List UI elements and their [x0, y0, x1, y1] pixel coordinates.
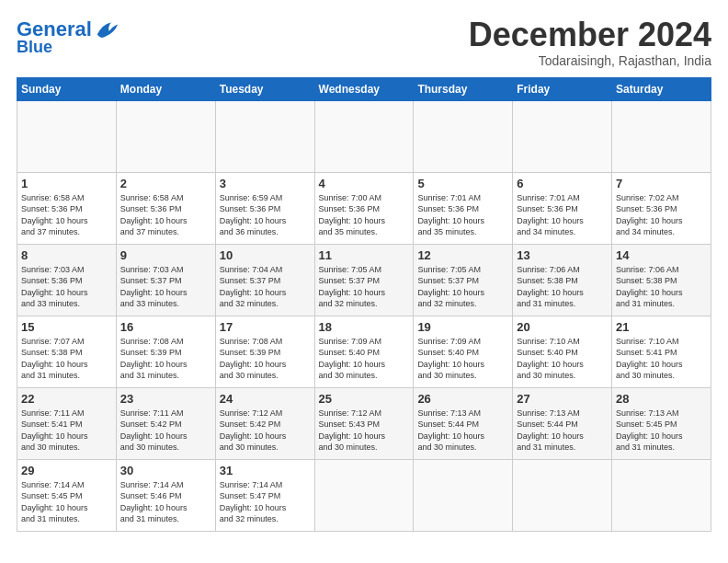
calendar-cell: 8Sunrise: 7:03 AMSunset: 5:36 PMDaylight…: [17, 244, 117, 316]
day-info: Sunrise: 7:04 AMSunset: 5:37 PMDaylight:…: [220, 264, 311, 310]
logo: General Blue: [17, 17, 119, 57]
col-tuesday: Tuesday: [215, 77, 314, 100]
day-info: Sunrise: 7:13 AMSunset: 5:44 PMDaylight:…: [517, 408, 608, 454]
calendar-cell: 30Sunrise: 7:14 AMSunset: 5:46 PMDayligh…: [116, 459, 215, 531]
header: General Blue December 2024 Todaraisingh,…: [17, 17, 711, 68]
calendar-week-5: 29Sunrise: 7:14 AMSunset: 5:45 PMDayligh…: [17, 459, 711, 531]
day-number: 30: [120, 464, 211, 477]
day-number: 10: [220, 248, 311, 262]
day-info: Sunrise: 7:11 AMSunset: 5:42 PMDaylight:…: [120, 408, 211, 454]
calendar-cell: 19Sunrise: 7:09 AMSunset: 5:40 PMDayligh…: [414, 316, 513, 387]
calendar-cell: 11Sunrise: 7:05 AMSunset: 5:37 PMDayligh…: [314, 244, 414, 316]
calendar-cell: 14Sunrise: 7:06 AMSunset: 5:38 PMDayligh…: [612, 244, 711, 316]
calendar-cell: 31Sunrise: 7:14 AMSunset: 5:47 PMDayligh…: [215, 459, 314, 531]
day-info: Sunrise: 7:08 AMSunset: 5:39 PMDaylight:…: [120, 336, 211, 382]
calendar-cell: 18Sunrise: 7:09 AMSunset: 5:40 PMDayligh…: [314, 316, 414, 387]
day-number: 31: [220, 464, 311, 477]
month-title: December 2024: [469, 17, 711, 53]
calendar-cell: 4Sunrise: 7:00 AMSunset: 5:36 PMDaylight…: [314, 172, 414, 244]
day-info: Sunrise: 7:13 AMSunset: 5:44 PMDaylight:…: [417, 408, 508, 454]
day-info: Sunrise: 7:02 AMSunset: 5:36 PMDaylight:…: [616, 192, 707, 238]
day-number: 15: [21, 320, 112, 334]
calendar-cell: [17, 100, 117, 172]
day-info: Sunrise: 7:14 AMSunset: 5:46 PMDaylight:…: [120, 479, 211, 525]
day-info: Sunrise: 7:10 AMSunset: 5:41 PMDaylight:…: [616, 336, 707, 382]
day-info: Sunrise: 7:00 AMSunset: 5:36 PMDaylight:…: [319, 192, 410, 238]
day-number: 13: [517, 248, 608, 262]
day-info: Sunrise: 7:01 AMSunset: 5:36 PMDaylight:…: [517, 192, 608, 238]
calendar-page: General Blue December 2024 Todaraisingh,…: [0, 0, 728, 563]
calendar-week-1: 1Sunrise: 6:58 AMSunset: 5:36 PMDaylight…: [17, 172, 711, 244]
day-number: 6: [517, 177, 608, 190]
day-info: Sunrise: 7:11 AMSunset: 5:41 PMDaylight:…: [21, 408, 112, 454]
calendar-cell: 6Sunrise: 7:01 AMSunset: 5:36 PMDaylight…: [513, 172, 612, 244]
day-info: Sunrise: 7:14 AMSunset: 5:47 PMDaylight:…: [220, 479, 311, 525]
calendar-cell: 20Sunrise: 7:10 AMSunset: 5:40 PMDayligh…: [513, 316, 612, 387]
calendar-cell: [414, 100, 513, 172]
calendar-cell: 27Sunrise: 7:13 AMSunset: 5:44 PMDayligh…: [513, 387, 612, 459]
calendar-cell: 17Sunrise: 7:08 AMSunset: 5:39 PMDayligh…: [215, 316, 314, 387]
day-info: Sunrise: 7:07 AMSunset: 5:38 PMDaylight:…: [21, 336, 112, 382]
calendar-week-2: 8Sunrise: 7:03 AMSunset: 5:36 PMDaylight…: [17, 244, 711, 316]
logo-blue-text: Blue: [17, 39, 52, 57]
calendar-cell: 1Sunrise: 6:58 AMSunset: 5:36 PMDaylight…: [17, 172, 117, 244]
calendar-cell: 16Sunrise: 7:08 AMSunset: 5:39 PMDayligh…: [116, 316, 215, 387]
day-info: Sunrise: 7:09 AMSunset: 5:40 PMDaylight:…: [319, 336, 410, 382]
calendar-cell: 9Sunrise: 7:03 AMSunset: 5:37 PMDaylight…: [116, 244, 215, 316]
col-thursday: Thursday: [414, 77, 513, 100]
calendar-cell: 28Sunrise: 7:13 AMSunset: 5:45 PMDayligh…: [612, 387, 711, 459]
calendar-cell: 25Sunrise: 7:12 AMSunset: 5:43 PMDayligh…: [314, 387, 414, 459]
day-info: Sunrise: 6:58 AMSunset: 5:36 PMDaylight:…: [120, 192, 211, 238]
day-info: Sunrise: 7:13 AMSunset: 5:45 PMDaylight:…: [616, 408, 707, 454]
day-info: Sunrise: 7:01 AMSunset: 5:36 PMDaylight:…: [417, 192, 508, 238]
calendar-table: Sunday Monday Tuesday Wednesday Thursday…: [17, 77, 711, 532]
col-wednesday: Wednesday: [314, 77, 414, 100]
day-number: 12: [417, 248, 508, 262]
day-number: 29: [21, 464, 112, 477]
calendar-week-3: 15Sunrise: 7:07 AMSunset: 5:38 PMDayligh…: [17, 316, 711, 387]
day-info: Sunrise: 7:06 AMSunset: 5:38 PMDaylight:…: [616, 264, 707, 310]
day-number: 5: [417, 177, 508, 190]
day-number: 26: [417, 392, 508, 406]
day-number: 18: [319, 320, 410, 334]
day-number: 17: [220, 320, 311, 334]
logo-bird-icon: [94, 17, 119, 42]
calendar-cell: [414, 459, 513, 531]
day-info: Sunrise: 7:03 AMSunset: 5:37 PMDaylight:…: [120, 264, 211, 310]
col-saturday: Saturday: [612, 77, 711, 100]
day-number: 1: [21, 177, 112, 190]
header-row: Sunday Monday Tuesday Wednesday Thursday…: [17, 77, 711, 100]
col-friday: Friday: [513, 77, 612, 100]
calendar-cell: 23Sunrise: 7:11 AMSunset: 5:42 PMDayligh…: [116, 387, 215, 459]
day-number: 16: [120, 320, 211, 334]
calendar-cell: [314, 459, 414, 531]
day-info: Sunrise: 6:59 AMSunset: 5:36 PMDaylight:…: [220, 192, 311, 238]
day-info: Sunrise: 7:12 AMSunset: 5:43 PMDaylight:…: [319, 408, 410, 454]
day-info: Sunrise: 6:58 AMSunset: 5:36 PMDaylight:…: [21, 192, 112, 238]
day-info: Sunrise: 7:08 AMSunset: 5:39 PMDaylight:…: [220, 336, 311, 382]
day-number: 7: [616, 177, 707, 190]
calendar-cell: 10Sunrise: 7:04 AMSunset: 5:37 PMDayligh…: [215, 244, 314, 316]
calendar-cell: 15Sunrise: 7:07 AMSunset: 5:38 PMDayligh…: [17, 316, 117, 387]
calendar-cell: [612, 100, 711, 172]
calendar-cell: 21Sunrise: 7:10 AMSunset: 5:41 PMDayligh…: [612, 316, 711, 387]
calendar-cell: 22Sunrise: 7:11 AMSunset: 5:41 PMDayligh…: [17, 387, 117, 459]
day-number: 23: [120, 392, 211, 406]
calendar-cell: 29Sunrise: 7:14 AMSunset: 5:45 PMDayligh…: [17, 459, 117, 531]
col-sunday: Sunday: [17, 77, 117, 100]
calendar-cell: 3Sunrise: 6:59 AMSunset: 5:36 PMDaylight…: [215, 172, 314, 244]
day-info: Sunrise: 7:09 AMSunset: 5:40 PMDaylight:…: [417, 336, 508, 382]
day-number: 27: [517, 392, 608, 406]
location: Todaraisingh, Rajasthan, India: [469, 53, 711, 68]
calendar-cell: 5Sunrise: 7:01 AMSunset: 5:36 PMDaylight…: [414, 172, 513, 244]
day-number: 19: [417, 320, 508, 334]
calendar-cell: [116, 100, 215, 172]
day-info: Sunrise: 7:12 AMSunset: 5:42 PMDaylight:…: [220, 408, 311, 454]
day-info: Sunrise: 7:03 AMSunset: 5:36 PMDaylight:…: [21, 264, 112, 310]
col-monday: Monday: [116, 77, 215, 100]
calendar-cell: 24Sunrise: 7:12 AMSunset: 5:42 PMDayligh…: [215, 387, 314, 459]
day-info: Sunrise: 7:14 AMSunset: 5:45 PMDaylight:…: [21, 479, 112, 525]
day-number: 25: [319, 392, 410, 406]
day-number: 20: [517, 320, 608, 334]
day-number: 14: [616, 248, 707, 262]
